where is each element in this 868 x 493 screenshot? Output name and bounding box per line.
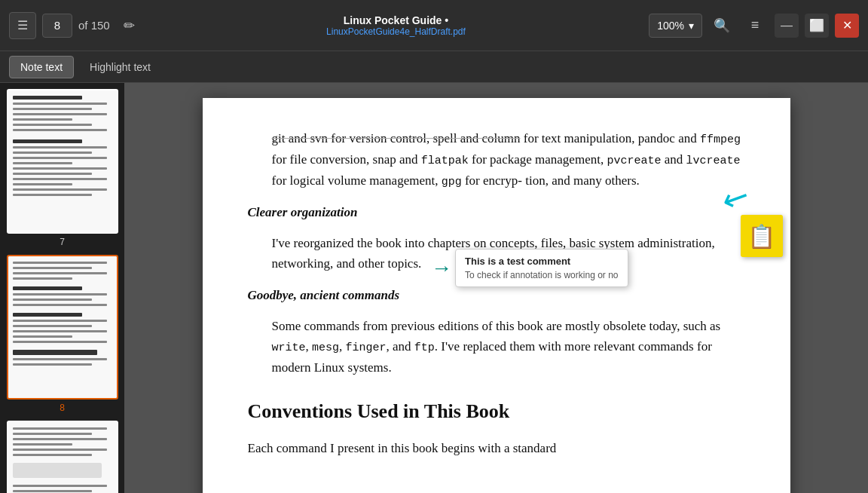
thumb-line: [13, 293, 107, 295]
thumb-line: [13, 188, 107, 191]
pdf-paragraph-1: git and svn for version control, spell a…: [272, 128, 745, 191]
thumb-line: [13, 299, 93, 301]
document-title: Linux Pocket Guide •: [344, 14, 448, 26]
annotation-popup-container: → This is a test comment To check if ann…: [431, 249, 628, 287]
thumbnail-wrapper-8[interactable]: [7, 255, 118, 400]
zoom-chevron-icon: ▾: [689, 20, 694, 32]
thumb-line: [13, 313, 82, 317]
thumbnail-page-number-7: 7: [60, 237, 65, 247]
thumbnail-item-8[interactable]: 8: [5, 255, 120, 413]
thumb-line: [13, 443, 72, 446]
thumb-line: [13, 433, 93, 435]
annotation-popup-title: This is a test comment: [465, 256, 618, 267]
thumb-line: [13, 427, 107, 430]
thumb-line: [13, 146, 107, 149]
annotation-popup[interactable]: This is a test comment To check if annot…: [455, 249, 628, 287]
thumbnail-item-9[interactable]: 9: [5, 421, 120, 493]
thumb-line: [13, 178, 107, 180]
toolbar-left: ☰ of 150 ✏: [9, 12, 143, 39]
thumb-line: [13, 118, 72, 121]
thumbnail-page-number-8: 8: [60, 403, 65, 413]
main-toolbar: ☰ of 150 ✏ Linux Pocket Guide • LinuxPoc…: [0, 0, 868, 51]
thumb-line: [13, 454, 93, 456]
thumb-line: [13, 157, 107, 159]
horizontal-arrow-icon: →: [431, 256, 452, 280]
thumb-line: [13, 108, 93, 110]
thumb-line: [13, 485, 107, 487]
thumb-line: [13, 320, 107, 322]
page-of-label: of 150: [78, 19, 110, 32]
thumbnail-item-7[interactable]: 7: [5, 89, 120, 247]
thumb-line: [13, 173, 93, 175]
pdf-page: git and svn for version control, spell a…: [203, 98, 790, 493]
thumb-line: [13, 325, 93, 327]
zoom-selector[interactable]: 100% ▾: [649, 14, 702, 38]
thumb-line: [13, 139, 82, 143]
thumb-line: [13, 449, 107, 451]
thumb-line: [13, 162, 72, 164]
pdf-conventions-body: Each command I present in this book begi…: [248, 438, 745, 458]
thumb-line: [13, 272, 107, 274]
pdf-section-clearer-heading: Clearer organization: [248, 202, 745, 222]
search-icon: 🔍: [714, 17, 730, 34]
thumb-line: [13, 335, 72, 338]
thumb-line: [13, 96, 82, 100]
toolbar-right: 100% ▾ 🔍 ≡ — ⬜ ✕: [649, 12, 859, 39]
sidebar-toggle-button[interactable]: ☰: [9, 12, 36, 39]
pdf-viewer-area[interactable]: git and svn for version control, spell a…: [124, 83, 868, 493]
thumb-line: [13, 304, 107, 306]
toolbar-center: Linux Pocket Guide • LinuxPocketGuide4e_…: [143, 14, 649, 37]
menu-icon: ≡: [751, 17, 760, 33]
pdf-section-goodbye-heading: Goodbye, ancient commands: [248, 285, 745, 305]
thumb-line: [13, 277, 72, 280]
sticky-note-icon: 📋: [747, 223, 775, 250]
edit-icon: ✏: [124, 17, 135, 34]
minimize-button[interactable]: —: [775, 14, 799, 38]
thumb-line: [13, 167, 107, 170]
menu-button[interactable]: ≡: [741, 12, 769, 39]
pdf-section-goodbye-body: Some commands from previous editions of …: [272, 316, 745, 378]
thumbnail-sidebar: 7: [0, 83, 124, 493]
search-button[interactable]: 🔍: [708, 12, 735, 39]
close-icon: ✕: [842, 18, 852, 32]
thumbnail-page-9: [8, 422, 117, 493]
thumb-line: [13, 363, 93, 366]
annotation-popup-body: To check if annotation is working or no: [465, 270, 618, 280]
thumbnail-wrapper-7[interactable]: [7, 89, 118, 234]
highlight-text-button[interactable]: Highlight text: [78, 56, 162, 78]
pdf-text-content: git and svn for version control, spell a…: [248, 128, 745, 458]
annotation-toolbar: Note text Highlight text: [0, 51, 868, 83]
thumb-line: [13, 330, 107, 332]
thumb-line: [13, 267, 93, 269]
thumbnail-wrapper-9[interactable]: [7, 421, 118, 493]
thumb-line: [13, 341, 107, 343]
note-text-button[interactable]: Note text: [9, 56, 74, 78]
zoom-value: 100%: [657, 20, 684, 32]
thumb-line: [13, 103, 107, 105]
maximize-icon: ⬜: [809, 18, 824, 32]
page-number-input[interactable]: [42, 14, 72, 38]
thumb-line: [13, 438, 107, 440]
thumb-line: [13, 124, 93, 126]
thumb-table: [13, 463, 102, 478]
thumb-line: [13, 286, 82, 290]
thumb-line: [13, 152, 93, 154]
thumb-line: [13, 490, 93, 492]
pdf-conventions-heading: Conventions Used in This Book: [248, 396, 745, 427]
thumb-line: [13, 358, 107, 360]
thumbnail-page-8: [8, 256, 117, 398]
thumb-line: [13, 194, 93, 196]
close-button[interactable]: ✕: [835, 14, 859, 38]
minimize-icon: —: [781, 19, 793, 32]
thumb-line: [13, 113, 107, 115]
thumb-line: [13, 183, 72, 185]
sidebar-icon: ☰: [17, 18, 28, 32]
thumbnail-page-7: [8, 90, 117, 232]
maximize-button[interactable]: ⬜: [805, 14, 829, 38]
edit-button[interactable]: ✏: [116, 12, 143, 39]
thumb-line: [13, 350, 97, 355]
document-subtitle: LinuxPocketGuide4e_HalfDraft.pdf: [326, 26, 466, 37]
thumb-line: [13, 129, 107, 131]
sticky-note-annotation[interactable]: 📋: [741, 215, 783, 257]
main-area: 7: [0, 83, 868, 493]
